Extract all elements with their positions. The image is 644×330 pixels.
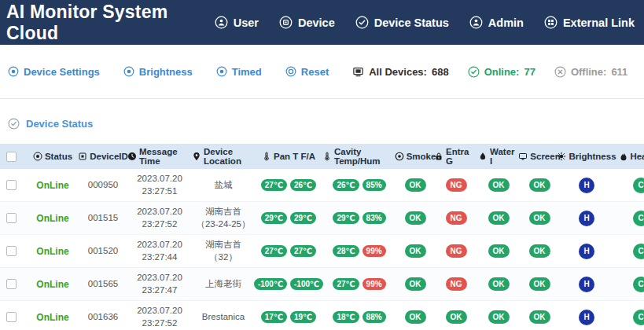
device-settings-button[interactable]: Device Settings [8, 66, 100, 78]
column-label: Entra G [446, 147, 478, 166]
cell-pan: 29℃29℃ [255, 202, 322, 234]
nav-item-admin[interactable]: Admin [469, 16, 524, 29]
screen-badge: OK [529, 277, 550, 291]
device-icon [279, 16, 293, 29]
water-badge: OK [488, 211, 510, 225]
screen-badge: OK [529, 310, 550, 324]
cavity-pill: 85% [362, 179, 386, 191]
cell-status: OnLine [27, 202, 79, 234]
button-label: Device Settings [24, 66, 100, 78]
cell-heating: C [613, 169, 644, 201]
water-badge: OK [488, 277, 510, 291]
cell-heating: C [613, 268, 644, 300]
button-label: Brightness [139, 66, 193, 78]
brightness-badge: H [579, 277, 594, 292]
reset-button[interactable]: Reset [285, 66, 329, 78]
nav-item-label: Device [298, 16, 335, 29]
message_time-value: 2023.07.20 23:27:52 [127, 206, 192, 230]
entra-badge: OK [446, 310, 467, 324]
cell-screen: OK [519, 235, 560, 267]
row-checkbox[interactable] [6, 180, 17, 190]
message_time-value: 2023.07.20 23:27:52 [127, 305, 192, 329]
button-label: Timed [232, 66, 262, 78]
cell-entra: NG [434, 169, 478, 201]
cell-cavity: 18℃88% [322, 301, 396, 330]
row-checkbox[interactable] [6, 246, 17, 256]
check-circle-icon [468, 66, 480, 78]
cell-checkbox [0, 235, 27, 267]
message_time-value: 2023.07.20 23:27:47 [127, 272, 192, 296]
entra-badge: NG [446, 211, 467, 225]
button-label: Reset [301, 66, 329, 78]
cell-smoke: OK [396, 235, 434, 267]
page-title: AI Monitor System Cloud [6, 2, 215, 44]
smoke-badge: OK [405, 277, 426, 291]
nav-item-device-status[interactable]: Device Status [355, 16, 449, 29]
cell-cavity: 27℃99% [322, 268, 396, 300]
cell-message_time: 2023.07.20 23:27:47 [127, 268, 192, 300]
smoke-badge: OK [405, 244, 426, 258]
smoke-badge: OK [405, 178, 426, 192]
target-icon [216, 66, 227, 77]
section-device-status: Device Status [0, 99, 644, 130]
table-row: OnLine0015152023.07.20 23:27:52湖南吉首（23-2… [0, 202, 644, 235]
col-header-heating: Heating [613, 144, 644, 169]
cell-checkbox [0, 268, 27, 300]
col-header-screen: Screen [519, 144, 560, 169]
table-row: OnLine0015652023.07.20 23:27:47上海老街-100℃… [0, 268, 644, 301]
device_id-value: 001520 [86, 245, 120, 258]
table-row: OnLine0016362023.07.20 23:27:52Brestanic… [0, 301, 644, 330]
row-checkbox[interactable] [6, 279, 17, 289]
row-checkbox[interactable] [6, 213, 17, 223]
x-circle-icon [554, 66, 566, 78]
device_id-value: 001636 [86, 311, 120, 324]
col-header-message_time: Message Time [127, 144, 192, 169]
cell-message_time: 2023.07.20 23:27:52 [127, 202, 192, 234]
pan-pill: 27℃ [261, 179, 287, 191]
col-header-cavity: Cavity Temp/Hum [322, 144, 396, 169]
select-all-checkbox[interactable] [6, 152, 17, 162]
device_id-value: 001515 [86, 212, 120, 225]
column-label: Device Location [204, 147, 255, 166]
timed-button[interactable]: Timed [216, 66, 262, 78]
table-body: OnLine0009502023.07.20 23:27:51盐城27℃26℃2… [0, 169, 644, 330]
nav-item-device[interactable]: Device [279, 16, 335, 29]
location-value: 湖南吉首（23-24-25） [192, 206, 255, 230]
status-value: OnLine [36, 246, 68, 257]
stat-all-devices: All Devices: 688 [352, 66, 448, 78]
stat-label: Offline: [571, 66, 607, 78]
entra-badge: NG [446, 277, 467, 291]
user-icon [215, 16, 228, 29]
pan-pill: 17℃ [261, 311, 287, 323]
nav-item-label: External Link [563, 16, 635, 29]
nav-item-user[interactable]: User [215, 16, 259, 29]
cell-brightness: H [560, 169, 613, 201]
brightness-badge: H [579, 244, 594, 259]
cell-brightness: H [560, 202, 613, 234]
cell-smoke: OK [396, 301, 434, 330]
cell-entra: OK [434, 301, 478, 330]
cell-entra: NG [434, 202, 478, 234]
toolbar: Device Settings Brightness Timed Reset A… [0, 45, 644, 99]
cell-screen: OK [519, 301, 560, 330]
target-icon [8, 66, 19, 77]
brightness-button[interactable]: Brightness [123, 66, 193, 78]
cell-location: 盐城 [192, 169, 255, 201]
cell-pan: 17℃19℃ [255, 301, 322, 330]
cavity-pill: 18℃ [333, 311, 359, 323]
cell-heating: C [613, 301, 644, 330]
row-checkbox[interactable] [6, 312, 17, 322]
water-badge: OK [488, 310, 510, 324]
device_id-value: 001565 [86, 278, 120, 291]
cell-screen: OK [519, 268, 560, 300]
nav-item-external-link[interactable]: External Link [544, 16, 635, 29]
cell-device_id: 001520 [79, 235, 127, 267]
cell-entra: NG [434, 268, 478, 300]
column-label: Pan T F/A [274, 152, 315, 161]
brightness-badge: H [579, 178, 594, 193]
pan-pill: 29℃ [261, 212, 287, 224]
column-label: Message Time [139, 147, 192, 166]
screen-icon [518, 152, 528, 161]
stat-offline: Offline: 611 [554, 66, 627, 78]
target-icon [33, 152, 42, 161]
